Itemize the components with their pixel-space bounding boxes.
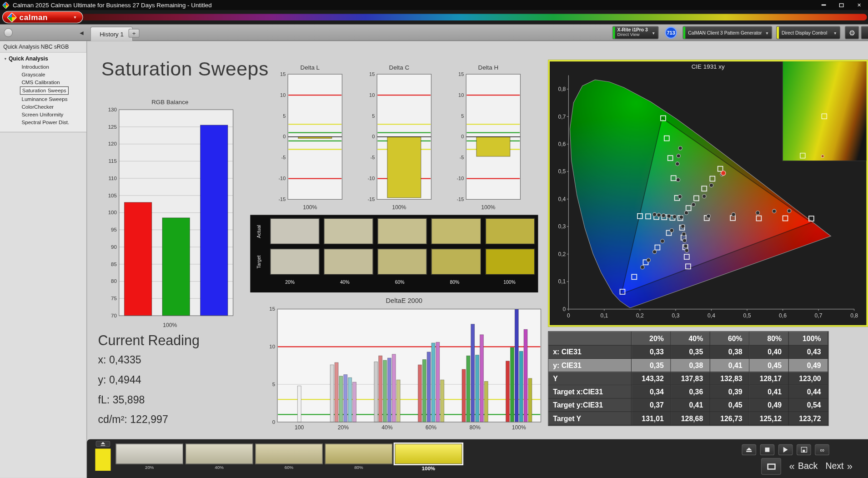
svg-text:0: 0 [272, 419, 275, 425]
swatch-row-label: Actual [252, 218, 266, 244]
rgb_balance-bar [201, 125, 228, 316]
deltae-bar [506, 361, 510, 422]
pattern-swatch-color [395, 443, 462, 464]
deltae-bar [510, 347, 514, 422]
transport-controls: ∞ [742, 444, 829, 455]
nav-circle-button[interactable] [4, 28, 13, 37]
sidebar-item-cms-calibration[interactable]: CMS Calibration [20, 79, 62, 86]
table-cell: 0,41 [710, 359, 749, 372]
table-row-label: Target x:CIE31 [549, 386, 632, 399]
tab-label: History 1 [100, 31, 124, 38]
sidebar-collapse-button[interactable]: ◀ [77, 28, 85, 37]
sidebar-item-colorchecker[interactable]: ColorChecker [20, 103, 55, 111]
close-button[interactable]: ✕ [850, 0, 868, 10]
deltae-bar [431, 343, 435, 422]
table-row[interactable]: Target Y131,01128,68126,73125,12123,72 [549, 412, 828, 425]
svg-text:80%: 80% [469, 424, 481, 431]
deltae-bar [383, 360, 387, 422]
cie-measured-marker [682, 232, 686, 236]
save-button[interactable] [797, 444, 811, 455]
pattern-source-button[interactable]: CalMAN Client 3 Pattern Generator ▼ [682, 26, 772, 39]
maximize-button[interactable] [833, 0, 850, 10]
pattern-swatch-80%[interactable]: 80% [325, 443, 393, 471]
minimize-button[interactable] [815, 0, 833, 10]
deltae-bar [387, 358, 391, 422]
inset-measured-marker [821, 155, 824, 158]
save-icon [801, 447, 807, 453]
table-row[interactable]: Target y:CIE310,370,410,450,490,54 [549, 399, 828, 412]
sidebar-root-item[interactable]: ▾ Quick Analysis [0, 54, 86, 62]
next-button[interactable]: Next » [825, 461, 853, 473]
sidebar-item-spectral-power-dist[interactable]: Spectral Power Dist. [20, 119, 71, 126]
delta_l-plot: -15-10-5051015 [273, 72, 346, 201]
table-row[interactable]: Y143,32137,83132,83128,17123,00 [549, 372, 828, 385]
display-control-button[interactable]: Direct Display Control ▼ [776, 26, 840, 39]
svg-text:-15: -15 [367, 196, 375, 201]
cie-measured-marker [661, 239, 664, 243]
table-cell: 0,44 [789, 386, 828, 399]
svg-text:15: 15 [280, 72, 286, 77]
calman-logo-button[interactable]: calman ▼ [2, 11, 83, 23]
table-cell: 128,17 [749, 372, 788, 385]
sidebar-item-screen-uniformity[interactable]: Screen Uniformity [20, 111, 65, 118]
svg-text:0,7: 0,7 [815, 312, 823, 319]
pattern-swatch-100%[interactable]: 100% [395, 443, 462, 471]
sidebar-item-introduction[interactable]: Introduction [20, 63, 51, 70]
window-controls: ✕ [815, 0, 868, 10]
table-corner-cell [549, 332, 632, 345]
table-cell: 0,38 [671, 359, 710, 372]
deltae-bar [339, 376, 343, 422]
table-row[interactable]: Target x:CIE310,340,360,390,410,44 [549, 386, 828, 399]
root-label: Quick Analysis [9, 55, 48, 61]
meter-button[interactable]: X-Rite i1Pro 3 Direct View ▼ [612, 26, 659, 39]
svg-text:10: 10 [280, 92, 286, 98]
pattern-swatch-20%[interactable]: 20% [115, 443, 183, 471]
inset-target-marker [800, 153, 805, 158]
add-tab-button[interactable]: + [128, 29, 139, 37]
table-cell: 0,38 [710, 346, 749, 359]
edge-partial-button[interactable] [861, 26, 868, 39]
reading-x: x: 0,4335 [98, 354, 199, 366]
reading-cdm2: cd/m²: 122,997 [98, 414, 199, 426]
eject-button[interactable] [742, 444, 756, 455]
table-col-header: 40% [671, 332, 710, 345]
table-cell: 137,83 [671, 372, 710, 385]
swatch-column-label: 20% [265, 279, 315, 285]
link-button[interactable]: ∞ [815, 444, 829, 455]
deltae-bar [524, 329, 527, 422]
pattern-swatch-40%[interactable]: 40% [186, 443, 253, 471]
cie-measured-marker [678, 195, 682, 198]
table-row[interactable]: x: CIE310,330,350,380,400,43 [549, 346, 828, 359]
sidebar-item-luminance-sweeps[interactable]: Luminance Sweeps [20, 95, 69, 102]
close-icon: ✕ [857, 2, 861, 8]
logo-bar: calman ▼ [0, 10, 868, 25]
eject-mini-button[interactable] [96, 441, 110, 447]
table-row[interactable]: y: CIE310,350,380,410,450,49 [549, 359, 828, 372]
svg-text:40%: 40% [381, 424, 393, 431]
settings-gear-button[interactable]: ⚙ [845, 26, 859, 39]
svg-text:5: 5 [283, 113, 286, 119]
back-button[interactable]: « Back [789, 461, 818, 473]
svg-text:15: 15 [269, 306, 275, 312]
play-button[interactable] [778, 444, 793, 455]
table-cell: 0,36 [671, 386, 710, 399]
actual-swatch [485, 218, 535, 244]
meter-count-badge[interactable]: 713 [665, 26, 677, 39]
stop-button[interactable] [760, 444, 775, 455]
svg-text:0,8: 0,8 [558, 86, 566, 92]
cie-current-marker [721, 171, 726, 176]
tab-history-1[interactable]: History 1 [90, 26, 133, 41]
source-label: CalMAN Client 3 Pattern Generator [685, 30, 764, 35]
pattern-swatch-60%[interactable]: 60% [255, 443, 323, 471]
back-arrow-icon: « [789, 461, 795, 473]
table-cell: 0,41 [749, 386, 788, 399]
sidebar-item-grayscale[interactable]: Grayscale [20, 71, 47, 78]
pattern-swatch-label: 100% [395, 464, 462, 472]
table-cell: 0,43 [789, 346, 828, 359]
rgb_balance-plot: 707580859095100105110115120125130 [102, 106, 237, 319]
deltae-bar [297, 386, 301, 422]
cie-measured-marker [732, 212, 735, 216]
pattern-swatch-label: 60% [255, 464, 323, 472]
pattern-window-button[interactable] [762, 458, 782, 475]
sidebar-item-saturation-sweeps[interactable]: Saturation Sweeps [20, 86, 69, 95]
